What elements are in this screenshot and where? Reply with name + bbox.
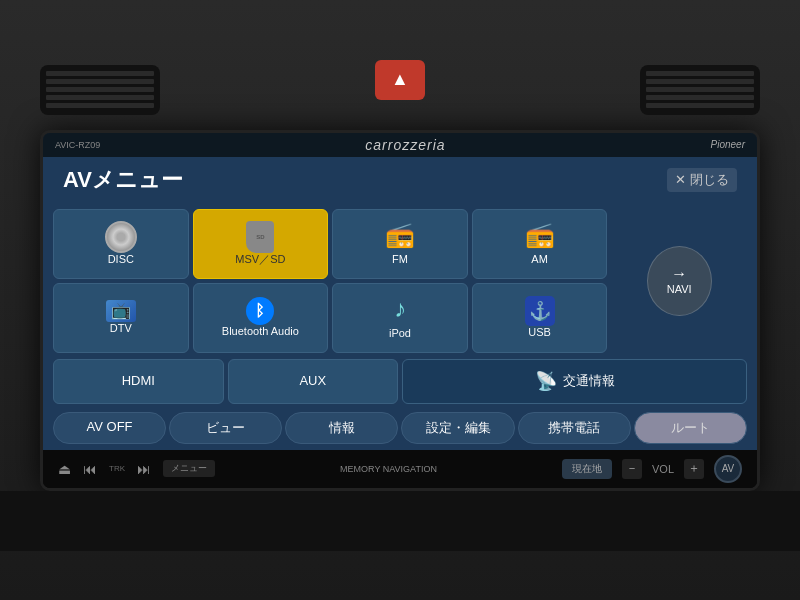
bottom-area — [0, 491, 800, 551]
head-unit: AVIC-RZ09 carrozzeria Pioneer AVメニュー ✕ 閉… — [40, 130, 760, 491]
am-label: AM — [531, 253, 548, 266]
menu-item-bluetooth[interactable]: ᛒ Bluetooth Audio — [193, 283, 329, 353]
menu-button[interactable]: メニュー — [163, 460, 215, 477]
tab-phone[interactable]: 携帯電話 — [518, 412, 631, 444]
next-button[interactable]: ⏭ — [137, 461, 151, 477]
eject-button[interactable]: ⏏ — [58, 461, 71, 477]
trk-label: TRK — [109, 464, 125, 473]
menu-grid-row3: HDMI AUX 📡 交通情報 — [43, 359, 757, 408]
aux-label: AUX — [299, 373, 326, 389]
menu-item-hdmi[interactable]: HDMI — [53, 359, 224, 404]
menu-item-disc[interactable]: DISC — [53, 209, 189, 279]
left-vent — [40, 65, 160, 115]
hazard-button[interactable]: ▲ — [375, 60, 425, 100]
ipod-label: iPod — [389, 327, 411, 340]
model-label: AVIC-RZ09 — [55, 140, 100, 150]
hdmi-label: HDMI — [122, 373, 155, 389]
close-button[interactable]: ✕ 閉じる — [667, 168, 737, 192]
prev-button[interactable]: ⏮ — [83, 461, 97, 477]
tab-info[interactable]: 情報 — [285, 412, 398, 444]
maker-name: Pioneer — [711, 139, 745, 150]
vol-minus-button[interactable]: － — [622, 459, 642, 479]
close-label: 閉じる — [690, 171, 729, 189]
screen: AVIC-RZ09 carrozzeria Pioneer AVメニュー ✕ 閉… — [43, 133, 757, 450]
disc-label: DISC — [108, 253, 134, 266]
ctrl-left-group: ⏏ ⏮ TRK ⏭ メニュー — [58, 460, 215, 477]
menu-item-ipod[interactable]: ♪ iPod — [332, 283, 468, 353]
fm-radio-icon: 📻 — [385, 221, 415, 249]
usb-label: USB — [528, 326, 551, 339]
fm-label: FM — [392, 253, 408, 266]
menu-item-aux[interactable]: AUX — [228, 359, 399, 404]
brand-bar: AVIC-RZ09 carrozzeria Pioneer — [43, 133, 757, 157]
nav-tabs: AV OFF ビュー 情報 設定・編集 携帯電話 ルート — [43, 408, 757, 450]
usb-icon: ⚓ — [525, 296, 555, 326]
traffic-label: 交通情報 — [563, 373, 615, 389]
menu-item-navi[interactable]: → NAVI — [647, 246, 712, 316]
tab-settings[interactable]: 設定・編集 — [401, 412, 514, 444]
menu-item-usb[interactable]: ⚓ USB — [472, 283, 608, 353]
sd-icon: SD — [246, 221, 274, 253]
menu-header: AVメニュー ✕ 閉じる — [43, 157, 757, 203]
disc-icon — [105, 221, 137, 253]
ipod-icon: ♪ — [394, 295, 406, 323]
car-surround: ▲ AVIC-RZ09 carrozzeria Pioneer AVメ — [0, 0, 800, 600]
control-bar: ⏏ ⏮ TRK ⏭ メニュー MEMORY NAVIGATION 現在地 － V… — [43, 450, 757, 488]
ctrl-right-group: 現在地 － VOL ＋ AV — [562, 455, 742, 483]
menu-item-fm[interactable]: 📻 FM — [332, 209, 468, 279]
tab-route[interactable]: ルート — [634, 412, 747, 444]
am-radio-icon: 📻 — [525, 221, 555, 249]
menu-grid: DISC SD MSV／SD 📻 FM 📻 AM — [43, 203, 757, 359]
msv-sd-label: MSV／SD — [235, 253, 285, 266]
ctrl-center-label: MEMORY NAVIGATION — [340, 464, 437, 474]
bluetooth-icon: ᛒ — [246, 297, 274, 325]
hazard-area: ▲ — [375, 60, 425, 100]
right-vent — [640, 65, 760, 115]
vol-plus-button[interactable]: ＋ — [684, 459, 704, 479]
menu-item-am[interactable]: 📻 AM — [472, 209, 608, 279]
traffic-wave-icon: 📡 — [535, 370, 557, 392]
location-button[interactable]: 現在地 — [562, 459, 612, 479]
close-x-icon: ✕ — [675, 172, 686, 187]
top-area: ▲ — [0, 50, 800, 130]
tab-view[interactable]: ビュー — [169, 412, 282, 444]
vol-label: VOL — [652, 463, 674, 475]
dtv-label: DTV — [110, 322, 132, 335]
hazard-icon: ▲ — [391, 69, 409, 90]
menu-item-dtv[interactable]: 📺 DTV — [53, 283, 189, 353]
bluetooth-label: Bluetooth Audio — [222, 325, 299, 338]
menu-title: AVメニュー — [63, 165, 183, 195]
brand-name: carrozzeria — [365, 137, 445, 153]
menu-item-traffic[interactable]: 📡 交通情報 — [402, 359, 747, 404]
dtv-icon: 📺 — [106, 300, 136, 322]
av-button[interactable]: AV — [714, 455, 742, 483]
tab-av-off[interactable]: AV OFF — [53, 412, 166, 444]
navi-label: NAVI — [667, 283, 692, 296]
menu-item-msv-sd[interactable]: SD MSV／SD — [193, 209, 329, 279]
